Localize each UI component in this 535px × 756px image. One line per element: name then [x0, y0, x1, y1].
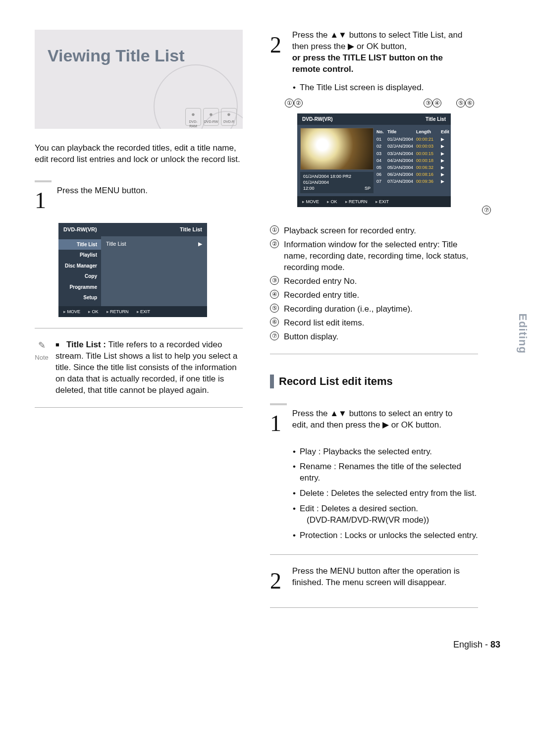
note-lead: Title List :	[66, 340, 106, 349]
divider	[35, 407, 243, 408]
tl-ftr-exit: EXIT	[375, 199, 389, 205]
callout-1: ①	[285, 99, 294, 108]
right-icon: ▶	[382, 420, 389, 430]
menu-side-item: Copy	[58, 271, 101, 282]
bullet-sub: (DVD-RAM/DVD-RW(VR mode))	[300, 515, 478, 526]
legend-item: ⑤Recording duration (i.e., playtime).	[270, 304, 478, 315]
legend-item: ⑥Record list edit items.	[270, 318, 478, 329]
section-title: Record List edit items	[279, 374, 393, 389]
divider	[35, 328, 243, 328]
divider	[35, 180, 52, 182]
tl-footer: MOVE OK RETURN EXIT	[297, 196, 451, 207]
section-header: Record List edit items	[270, 374, 478, 389]
menu-side-item: Playlist	[58, 250, 101, 261]
menu-side-item: Programme	[58, 282, 101, 293]
step-number: 1	[270, 408, 287, 439]
menu-side-item: Title List	[58, 239, 101, 250]
legend-item: ③Recorded entry No.	[270, 276, 478, 287]
note-icon: ✎	[35, 339, 49, 351]
menu-main-item: Title List	[106, 240, 126, 248]
divider	[270, 607, 478, 608]
step-number: 2	[270, 30, 287, 60]
step-text: Press the MENU button.	[57, 185, 148, 197]
badge-dvd-rw: DVD-RW	[203, 108, 219, 126]
meta-line: 01/JAN/2004 18:00 PR2	[303, 174, 371, 180]
tl-hdr-left: DVD-RW(VR)	[302, 116, 332, 123]
tl-ftr-return: RETURN	[345, 199, 368, 205]
page-heading: Viewing Title List	[35, 30, 243, 67]
legend-item: ④Recorded entry title.	[270, 290, 478, 301]
divider	[270, 403, 287, 405]
step-bold: or press the TITLE LIST button on the re…	[292, 53, 443, 74]
bullet-icon: ■	[55, 341, 59, 348]
col-edit: Edit	[441, 129, 448, 135]
t: Press the	[292, 409, 330, 418]
callout-3: ③	[424, 99, 432, 108]
bullet: Edit : Deletes a desired section. (DVD-R…	[293, 501, 478, 528]
bullet: Rename : Renames the title of the select…	[293, 459, 478, 486]
table-row: 0101/JAN/200400:00:21▶	[376, 136, 448, 143]
badge-dvd-ram: DVD-RAM	[185, 108, 201, 126]
col-title: Title	[387, 129, 413, 135]
menu-screen: DVD-RW(VR) Title List Title List Playlis…	[58, 223, 207, 317]
menu-ftr-ok: OK	[88, 309, 99, 315]
step-text: Press the ▲▼ buttons to select an entry …	[292, 408, 471, 431]
meta-mode: SP	[365, 186, 371, 192]
table-row: 0404/JAN/200400:00:18▶	[376, 157, 448, 164]
legend-item: ②Information window for the selected ent…	[270, 239, 478, 273]
menu-hdr-right: Title List	[180, 226, 202, 233]
note-block: ✎ Note ■ Title List : Title refers to a …	[35, 339, 243, 396]
badge-dvd-r: DVD-R	[221, 108, 237, 126]
table-row: 0505/JAN/200400:06:32▶	[376, 164, 448, 171]
menu-main: Title List ▶	[101, 236, 207, 306]
title-list-screen: DVD-RW(VR) Title List 01/JAN/2004 18:00 …	[297, 113, 451, 208]
playback-thumbnail	[300, 128, 374, 170]
page-footer: English - 83	[35, 639, 500, 650]
table-row: 0202/JAN/200400:00:03▶	[376, 143, 448, 150]
meta-line: 01/JAN/2004	[303, 180, 371, 186]
tl-hdr-right: Title List	[426, 116, 446, 123]
legend: ①Playback screen for recorded entry.②Inf…	[270, 225, 478, 342]
menu-ftr-exit: EXIT	[137, 309, 151, 315]
callout-4: ④	[432, 99, 441, 108]
t: Press the	[292, 30, 330, 40]
table-row: 0303/JAN/200400:00:15▶	[376, 150, 448, 157]
section-bar-icon	[270, 375, 274, 388]
divider	[270, 354, 478, 354]
arrow-right-icon: ▶	[198, 240, 202, 248]
t: Edit : Deletes a desired section.	[300, 504, 418, 513]
info-window: 01/JAN/2004 18:00 PR2 01/JAN/2004 12:00S…	[300, 172, 374, 193]
t: or OK button.	[389, 420, 441, 430]
menu-ftr-move: MOVE	[63, 309, 80, 315]
side-tab: Editing	[515, 314, 530, 354]
menu-footer: MOVE OK RETURN EXIT	[58, 306, 207, 317]
menu-sidebar: Title List Playlist Disc Manager Copy Pr…	[58, 236, 101, 306]
tl-ftr-move: MOVE	[302, 199, 319, 205]
note-label: Note	[35, 353, 49, 362]
callout-5: ⑤	[456, 99, 465, 108]
col-no: No.	[376, 129, 384, 135]
step-text: Press the MENU button after the operatio…	[292, 566, 471, 589]
bullet: Delete : Deletes the selected entry from…	[293, 486, 478, 501]
legend-item: ⑦Button display.	[270, 331, 478, 343]
bullet: Protection : Locks or unlocks the select…	[293, 528, 478, 543]
legend-item: ①Playback screen for recorded entry.	[270, 225, 478, 237]
bullet: Play : Playbacks the selected entry.	[293, 444, 478, 460]
divider	[270, 554, 478, 555]
right-icon: ▶	[348, 42, 354, 51]
menu-ftr-return: RETURN	[107, 309, 129, 315]
menu-hdr-left: DVD-RW(VR)	[63, 226, 97, 233]
menu-side-item: Disc Manager	[58, 261, 101, 271]
up-down-icon: ▲▼	[330, 409, 347, 418]
step-number: 1	[35, 185, 52, 216]
col-length: Length	[416, 129, 438, 135]
intro-text: You can playback the recorded titles, ed…	[35, 143, 243, 165]
bullet: The Title List screen is displayed.	[293, 80, 478, 96]
callout-6: ⑥	[465, 99, 474, 108]
menu-side-item: Setup	[58, 292, 101, 303]
lang-label: English	[453, 640, 482, 649]
table-row: 0606/JAN/200400:08:16▶	[376, 171, 448, 178]
title-box: Viewing Title List DVD-RAM DVD-RW DVD-R	[35, 30, 243, 129]
step-number: 2	[270, 566, 287, 596]
meta-time: 12:00	[303, 186, 315, 192]
